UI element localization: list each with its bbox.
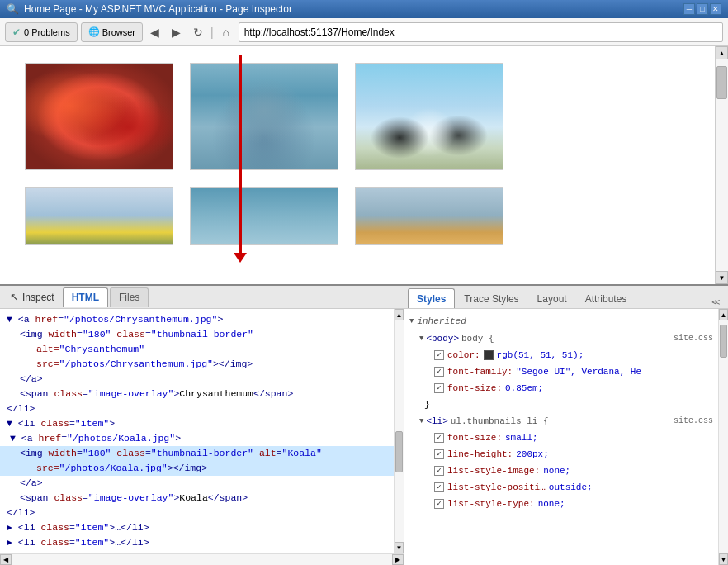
body-selector: <body> <box>426 331 459 346</box>
styles-scroll-up[interactable]: ▲ <box>719 309 728 320</box>
browser-label: Browser <box>102 27 135 37</box>
prop-list-style-image: list-style-image: none; <box>404 463 718 479</box>
main-area: ▲ ▼ ↖ Inspect HTML Files <box>0 46 728 565</box>
tab-layout[interactable]: Layout <box>528 288 576 308</box>
code-area: ▼ <a href="/photos/Chrysanthemum.jpg"> <… <box>0 309 404 553</box>
styles-scroll-thumb[interactable] <box>720 325 727 358</box>
photo-koala-img <box>190 63 338 170</box>
styles-panel: Styles Trace Styles Layout Attributes ≪ <box>404 286 728 565</box>
code-line: <img width="180" class="thumbnail-border… <box>0 327 394 342</box>
code-line-collapsed: ▶ <li class="item">…</li> <box>0 535 394 550</box>
prop-list-style-type-name: list-style-type: <box>447 496 535 511</box>
browser-scrollbar[interactable]: ▲ ▼ <box>715 46 728 284</box>
photo-row-bottom <box>25 187 703 245</box>
checkbox-list-style-type[interactable] <box>434 499 444 509</box>
tab-trace-styles-label: Trace Styles <box>464 293 518 305</box>
close-button[interactable]: ✕ <box>710 3 721 15</box>
prop-font-family-name: font-family: <box>447 364 513 379</box>
scroll-up-btn[interactable]: ▲ <box>716 46 728 59</box>
styles-scroll-track <box>719 320 728 553</box>
address-bar[interactable] <box>239 22 723 42</box>
tab-files-label: Files <box>119 292 139 303</box>
bottom-panel: ↖ Inspect HTML Files ▼ <a href="/photos/… <box>0 284 728 565</box>
problems-label: 0 Problems <box>24 27 70 37</box>
tab-styles[interactable]: Styles <box>408 288 455 308</box>
title-bar-controls[interactable]: ─ □ ✕ <box>683 3 721 15</box>
checkbox-font-family[interactable] <box>434 367 444 377</box>
nav-back-button[interactable]: ◀ <box>146 23 164 41</box>
nav-forward-button[interactable]: ▶ <box>168 23 186 41</box>
html-scrollbar[interactable]: ▲ ▼ <box>394 309 404 553</box>
inspect-label: Inspect <box>22 292 54 303</box>
body-file[interactable]: site.css <box>674 331 713 346</box>
scroll-track <box>716 59 728 271</box>
checkbox-font-size-li[interactable] <box>434 433 444 443</box>
hscroll-left[interactable]: ◀ <box>0 554 12 565</box>
title-bar: 🔍 Home Page - My ASP.NET MVC Application… <box>0 0 728 18</box>
minimize-button[interactable]: ─ <box>683 3 695 15</box>
restore-button[interactable]: □ <box>697 3 708 15</box>
hscroll-right[interactable]: ▶ <box>392 554 404 565</box>
scroll-thumb[interactable] <box>716 66 727 99</box>
browser-button[interactable]: 🌐 Browser <box>81 22 143 42</box>
styles-tabs: Styles Trace Styles Layout Attributes ≪ <box>404 286 728 309</box>
body-selector-line: ▼ <body> body { site.css <box>404 330 718 347</box>
prop-color-value: rgb(51, 51, 51); <box>497 348 584 363</box>
inherited-label: inherited <box>417 314 466 329</box>
prop-list-style-position-value: outside; <box>549 480 593 495</box>
prop-font-size-body-value: 0.85em; <box>505 381 543 396</box>
html-scroll-thumb[interactable] <box>395 431 403 472</box>
prop-list-style-image-name: list-style-image: <box>447 463 540 478</box>
html-scroll-up[interactable]: ▲ <box>395 309 404 320</box>
prop-font-size-li-name: font-size: <box>447 430 502 445</box>
checkbox-list-style-image[interactable] <box>434 466 444 476</box>
code-line: alt="Chrysanthemum" <box>0 342 394 357</box>
li-selector-line: ▼ <li> ul.thumbnails li { site.css <box>404 413 718 430</box>
prop-font-size-body-name: font-size: <box>447 381 502 396</box>
prop-font-family: font-family: "Segoe UI", Verdana, He <box>404 363 718 380</box>
nav-refresh-button[interactable]: ↻ <box>189 23 207 41</box>
html-hscroll[interactable]: ◀ ▶ <box>0 553 404 565</box>
body-triangle[interactable]: ▼ <box>419 331 423 346</box>
inherited-triangle[interactable]: ▼ <box>409 314 414 329</box>
red-arrow-line <box>239 55 242 253</box>
tab-files[interactable]: Files <box>110 287 149 307</box>
thumb-koala[interactable] <box>190 63 338 170</box>
prop-font-size-li: font-size: small; <box>404 430 718 446</box>
thumb-chrysanthemum[interactable] <box>25 63 173 170</box>
photo-penguins-img <box>355 63 503 170</box>
prop-color-name: color: <box>447 348 480 363</box>
nav-home-button[interactable]: ⌂ <box>217 23 235 41</box>
tab-html[interactable]: HTML <box>63 287 108 307</box>
photo-partial-2 <box>190 187 338 245</box>
inspect-button[interactable]: ↖ Inspect <box>3 289 61 305</box>
code-line-collapsed: ▶ <li class="item">…</li> <box>0 520 394 535</box>
code-line: src="/photos/Chrysanthemum.jpg"></img> <box>0 357 394 372</box>
html-panel: ↖ Inspect HTML Files ▼ <a href="/photos/… <box>0 286 404 565</box>
styles-content[interactable]: ▼ inherited ▼ <body> body { site.css col… <box>404 309 718 565</box>
checkbox-list-style-position[interactable] <box>434 482 444 492</box>
checkbox-line-height[interactable] <box>434 449 444 459</box>
prop-list-style-type: list-style-type: none; <box>404 496 718 512</box>
tab-html-label: HTML <box>72 292 99 303</box>
html-scroll-down[interactable]: ▼ <box>395 542 404 553</box>
scroll-down-btn[interactable]: ▼ <box>716 271 728 284</box>
li-file[interactable]: site.css <box>674 414 713 429</box>
styles-collapse-btn[interactable]: ≪ <box>707 296 725 308</box>
styles-scrollbar[interactable]: ▲ ▼ <box>718 309 728 565</box>
html-code[interactable]: ▼ <a href="/photos/Chrysanthemum.jpg"> <… <box>0 309 394 553</box>
prop-line-height-name: line-height: <box>447 447 513 462</box>
code-tag: ▼ <a href="/photos/Chrysanthemum.jpg"> <box>7 312 223 327</box>
styles-content-area: ▼ inherited ▼ <body> body { site.css col… <box>404 309 728 565</box>
checkbox-font-size-body[interactable] <box>434 383 444 393</box>
tab-trace-styles[interactable]: Trace Styles <box>455 288 527 308</box>
tab-attributes[interactable]: Attributes <box>576 288 636 308</box>
code-line: </li> <box>0 401 394 416</box>
hscroll-track <box>12 554 392 565</box>
li-triangle[interactable]: ▼ <box>419 414 423 429</box>
thumb-penguins[interactable] <box>355 63 503 170</box>
problems-badge[interactable]: ✔ 0 Problems <box>5 22 78 42</box>
browser-icon: 🌐 <box>88 26 100 37</box>
styles-scroll-down[interactable]: ▼ <box>719 553 728 565</box>
checkbox-color[interactable] <box>434 350 444 360</box>
